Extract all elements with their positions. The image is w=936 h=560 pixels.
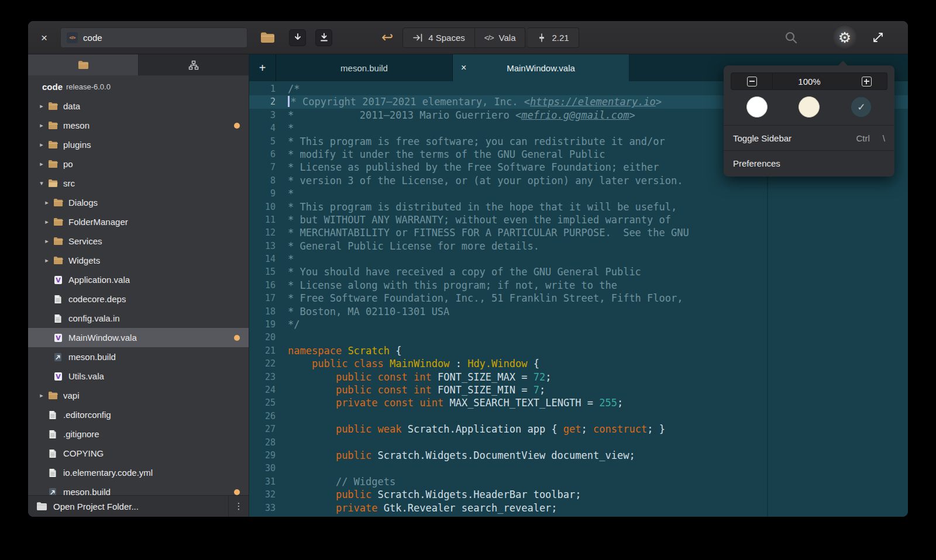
tree-item-services[interactable]: ▸Services	[28, 231, 249, 251]
code-line-19[interactable]: 19*/	[249, 318, 908, 331]
tree-item-io-elementary-code-yml[interactable]: io.elementary.code.yml	[28, 463, 249, 482]
check-icon: ✓	[857, 101, 865, 113]
tree-item-meson-build[interactable]: meson.build	[28, 482, 249, 495]
undo-icon: ↩	[381, 30, 393, 44]
code-line-14[interactable]: 14*	[249, 253, 908, 265]
code-line-31[interactable]: 31 // Widgets	[249, 475, 908, 488]
sidebar-menu-button[interactable]: ⋮	[228, 496, 249, 517]
code-line-29[interactable]: 29 public Scratch.Widgets.DocumentView d…	[249, 449, 908, 462]
code-line-17[interactable]: 17* Free Software Foundation, Inc., 51 F…	[249, 292, 908, 305]
tree-item-data[interactable]: ▸data	[28, 96, 249, 116]
chevron-right-icon[interactable]: ▸	[42, 218, 52, 226]
tree-item-copying[interactable]: COPYING	[28, 444, 249, 463]
code-line-33[interactable]: 33 private Gtk.Revealer search_revealer;	[249, 502, 908, 514]
tree-item-vapi[interactable]: ▸vapi	[28, 386, 249, 405]
language-button[interactable]: </> Vala	[475, 27, 526, 48]
tree-item-dialogs[interactable]: ▸Dialogs	[28, 193, 249, 212]
kebab-menu-icon: ⋮	[235, 501, 243, 511]
code-line-30[interactable]: 30	[249, 462, 908, 475]
code-line-10[interactable]: 10* This program is distributed in the h…	[249, 201, 908, 213]
tab-outline[interactable]	[138, 54, 249, 75]
new-tab-button[interactable]: +	[249, 54, 276, 81]
code-line-16[interactable]: 16* License along with this program; if …	[249, 279, 908, 292]
chevron-right-icon[interactable]: ▸	[42, 237, 52, 245]
code-line-27[interactable]: 27 public weak Scratch.Application app {…	[249, 423, 908, 435]
code-line-18[interactable]: 18* Boston, MA 02110-1301 USA	[249, 305, 908, 318]
save-button[interactable]	[289, 29, 306, 46]
code-line-28[interactable]: 28	[249, 436, 908, 449]
project-name-entry[interactable]: </> code	[60, 27, 247, 48]
line-text: * but WITHOUT ANY WARRANTY; without even…	[283, 213, 671, 226]
save-icon	[293, 33, 302, 42]
line-column-button[interactable]: 2.21	[528, 27, 579, 48]
window-close-button[interactable]: ×	[41, 32, 47, 43]
undo-button[interactable]: ↩	[381, 30, 393, 44]
tree-item-application-vala[interactable]: VApplication.vala	[28, 270, 249, 289]
code-line-25[interactable]: 25 private const uint MAX_SEARCH_TEXT_LE…	[249, 396, 908, 409]
zoom-level[interactable]: 100%	[773, 72, 846, 90]
code-line-9[interactable]: 9*	[249, 187, 908, 200]
tree-item-src[interactable]: ▾src	[28, 174, 249, 193]
chevron-right-icon[interactable]: ▸	[36, 160, 47, 168]
tree-item-editorconfig[interactable]: .editorconfig	[28, 405, 249, 424]
chevron-right-icon[interactable]: ▸	[42, 257, 52, 264]
tree-item-widgets[interactable]: ▸Widgets	[28, 251, 249, 270]
project-root-row[interactable]: code release-6.0.0	[28, 77, 249, 96]
tree-item-utils-vala[interactable]: VUtils.vala	[28, 367, 249, 386]
tree-item-foldermanager[interactable]: ▸FolderManager	[28, 212, 249, 231]
save-as-button[interactable]	[315, 29, 332, 46]
chevron-down-icon[interactable]: ▾	[36, 179, 47, 187]
tree-item-gitignore[interactable]: .gitignore	[28, 424, 249, 444]
open-project-folder-label[interactable]: Open Project Folder...	[53, 502, 139, 511]
style-light-button[interactable]	[731, 96, 783, 117]
editor-tab-meson-build[interactable]: meson.build	[276, 54, 453, 81]
chevron-right-icon[interactable]: ▸	[42, 199, 52, 206]
line-number: 1	[249, 82, 283, 95]
code-line-32[interactable]: 32 public Scratch.Widgets.HeaderBar tool…	[249, 488, 908, 501]
editor-tab-mainwindow-vala[interactable]: ×MainWindow.vala	[453, 54, 629, 81]
code-line-22[interactable]: 22 public class MainWindow : Hdy.Window …	[249, 357, 908, 370]
sidebar: code release-6.0.0 ▸data▸meson▸plugins▸p…	[28, 54, 249, 517]
code-line-11[interactable]: 11* but WITHOUT ANY WARRANTY; without ev…	[249, 213, 908, 226]
expand-icon	[872, 31, 885, 44]
tree-item-config-vala-in[interactable]: config.vala.in	[28, 309, 249, 328]
chevron-right-icon[interactable]: ▸	[36, 392, 47, 399]
code-line-21[interactable]: 21namespace Scratch {	[249, 344, 908, 357]
code-line-13[interactable]: 13* General Public License for more deta…	[249, 240, 908, 253]
line-number: 31	[249, 475, 283, 488]
vala-file-icon: V	[52, 275, 64, 285]
open-file-button[interactable]	[260, 32, 275, 44]
tree-item-meson-build[interactable]: meson.build	[28, 347, 249, 367]
indent-width-button[interactable]: 4 Spaces	[402, 27, 475, 48]
tree-item-plugins[interactable]: ▸plugins	[28, 135, 249, 154]
chevron-right-icon[interactable]: ▸	[36, 141, 47, 148]
style-sepia-button[interactable]	[783, 96, 835, 117]
line-number: 33	[249, 502, 283, 514]
tree-item-meson[interactable]: ▸meson	[28, 116, 249, 135]
menu-item-preferences[interactable]: Preferences	[731, 152, 887, 174]
fullscreen-button[interactable]	[872, 31, 885, 44]
tree-item-label: .gitignore	[63, 429, 99, 439]
settings-menu-button[interactable]: ⚙	[833, 26, 856, 49]
menu-item-toggle-sidebar[interactable]: Toggle Sidebar Ctrl\	[731, 127, 887, 149]
indent-width-label: 4 Spaces	[428, 33, 465, 43]
chevron-right-icon[interactable]: ▸	[36, 122, 47, 129]
code-line-23[interactable]: 23 public const int FONT_SIZE_MAX = 72;	[249, 371, 908, 383]
tab-project-folders[interactable]	[28, 54, 138, 75]
tree-item-codecore-deps[interactable]: codecore.deps	[28, 289, 249, 309]
tree-item-mainwindow-vala[interactable]: VMainWindow.vala	[28, 328, 249, 347]
toggle-sidebar-label: Toggle Sidebar	[733, 133, 792, 143]
code-line-26[interactable]: 26	[249, 410, 908, 423]
code-line-24[interactable]: 24 public const int FONT_SIZE_MIN = 7;	[249, 383, 908, 396]
tree-item-po[interactable]: ▸po	[28, 154, 249, 174]
style-dark-button[interactable]: ✓	[835, 96, 887, 117]
svg-text:V: V	[56, 373, 61, 381]
tab-close-icon[interactable]: ×	[461, 63, 466, 73]
code-line-15[interactable]: 15* You should have received a copy of t…	[249, 265, 908, 278]
zoom-in-button[interactable]	[846, 72, 887, 90]
zoom-out-button[interactable]	[731, 72, 773, 90]
code-line-12[interactable]: 12* MERCHANTABILITY or FITNESS FOR A PAR…	[249, 226, 908, 239]
search-button[interactable]	[784, 30, 798, 44]
chevron-right-icon[interactable]: ▸	[36, 102, 47, 110]
code-line-20[interactable]: 20	[249, 331, 908, 344]
